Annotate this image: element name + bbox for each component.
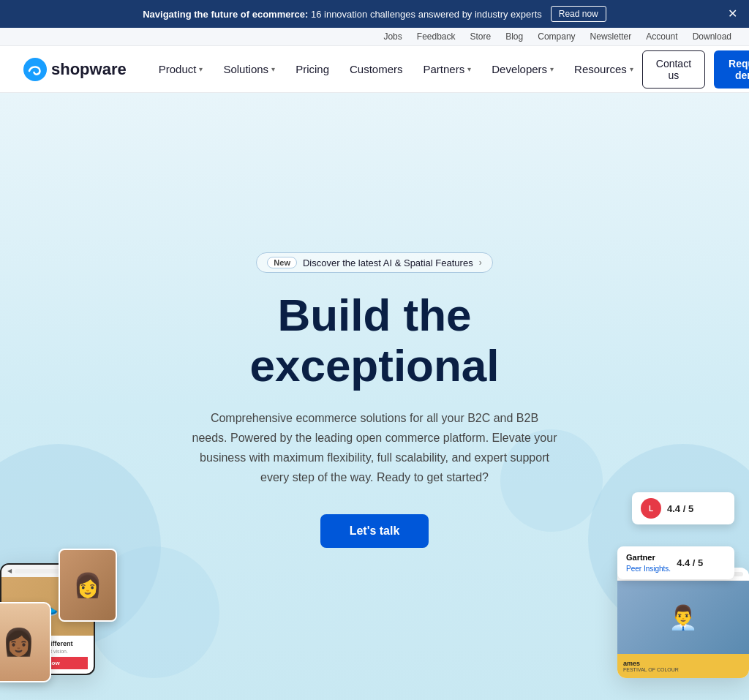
person-image: 👩🏾 <box>0 603 50 681</box>
badge-text: Discover the latest AI & Spatial Feature… <box>303 257 473 268</box>
logo[interactable]: shopware <box>23 58 127 81</box>
nav-item-solutions[interactable]: Solutions ▾ <box>214 57 284 81</box>
arrow-icon: › <box>479 257 482 268</box>
nav-label-developers: Developers <box>492 63 547 75</box>
nav-item-product[interactable]: Product ▾ <box>150 57 212 81</box>
device-right-brand-sub: FESTIVAL OF COLOUR <box>623 667 743 672</box>
nav-label-customers: Customers <box>350 63 403 75</box>
rating-badge-1: L 4.4 / 5 <box>632 492 734 524</box>
hero-subtitle: Comprehensive ecommerce solutions for al… <box>192 408 557 488</box>
nav-actions: Contact us Request demo <box>642 50 749 89</box>
chevron-down-icon: ▾ <box>199 65 203 73</box>
device-overlay-person: 👩🏾 <box>0 602 51 682</box>
utility-link-company[interactable]: Company <box>538 31 575 42</box>
utility-bar: Jobs Feedback Store Blog Company Newslet… <box>0 28 749 46</box>
svg-point-0 <box>23 58 47 81</box>
nav-label-solutions: Solutions <box>223 63 268 75</box>
announcement-text: Navigating the future of ecommerce: 16 i… <box>143 9 542 20</box>
rating-value-2: 4.4 / 5 <box>677 557 703 568</box>
hero-section: ◀ 🔍🛒 👟 Familiar but different The $74B i… <box>0 93 749 700</box>
hero-title: Build the exceptional <box>192 290 557 390</box>
gartner-logo: Gartner Peer Insights. <box>626 552 671 573</box>
utility-link-blog[interactable]: Blog <box>505 31 523 42</box>
chevron-down-icon: ▾ <box>630 65 633 73</box>
utility-link-jobs[interactable]: Jobs <box>383 31 402 42</box>
nav-label-pricing: Pricing <box>296 63 329 75</box>
utility-link-feedback[interactable]: Feedback <box>417 31 456 42</box>
hero-content: New Discover the latest AI & Spatial Fea… <box>192 252 557 547</box>
main-nav: shopware Product ▾ Solutions ▾ Pricing C… <box>0 46 749 93</box>
new-tag: New <box>267 257 297 268</box>
nav-item-partners[interactable]: Partners ▾ <box>415 57 481 81</box>
device-overlay-portrait: 👩 <box>59 549 117 622</box>
utility-link-account[interactable]: Account <box>646 31 677 42</box>
announcement-prefix: Navigating the future of ecommerce: <box>143 9 308 20</box>
nav-items: Product ▾ Solutions ▾ Pricing Customers … <box>150 57 642 81</box>
nav-label-product: Product <box>159 63 197 75</box>
utility-link-download[interactable]: Download <box>693 31 731 42</box>
nav-label-resources: Resources <box>574 63 627 75</box>
hero-title-line1: Build the <box>277 290 471 340</box>
new-feature-badge[interactable]: New Discover the latest AI & Spatial Fea… <box>256 252 492 273</box>
chevron-down-icon: ▾ <box>550 65 554 73</box>
announcement-bar: Navigating the future of ecommerce: 16 i… <box>0 0 749 28</box>
nav-label-partners: Partners <box>424 63 465 75</box>
announcement-body: 16 innovation challenges answered by ind… <box>311 9 542 20</box>
utility-link-newsletter[interactable]: Newsletter <box>590 31 632 42</box>
request-demo-button[interactable]: Request demo <box>714 50 749 89</box>
logo-text: shopware <box>51 60 127 79</box>
nav-item-resources[interactable]: Resources ▾ <box>565 57 642 81</box>
device-right-screen: ← → 👨‍💼 ames FESTIVAL OF COLOUR <box>617 568 749 678</box>
portrait-image: 👩 <box>60 550 116 620</box>
read-now-button[interactable]: Read now <box>551 6 606 22</box>
shopware-logo-icon <box>23 58 47 81</box>
rating-badge-2: Gartner Peer Insights. 4.4 / 5 <box>617 546 734 579</box>
rating-value-1: 4.4 / 5 <box>667 503 693 514</box>
nav-item-pricing[interactable]: Pricing <box>287 57 338 81</box>
hero-title-line2: exceptional <box>249 340 499 391</box>
device-right-person: 👨‍💼 <box>617 581 749 654</box>
device-mockup-right: ← → 👨‍💼 ames FESTIVAL OF COLOUR <box>588 568 749 678</box>
utility-link-store[interactable]: Store <box>470 31 492 42</box>
contact-button[interactable]: Contact us <box>642 50 705 89</box>
close-announcement-button[interactable]: ✕ <box>728 8 737 20</box>
chevron-down-icon: ▾ <box>271 65 275 73</box>
lets-talk-button[interactable]: Let's talk <box>320 514 429 548</box>
nav-item-customers[interactable]: Customers <box>341 57 412 81</box>
device-mockup-left: ◀ 🔍🛒 👟 Familiar but different The $74B i… <box>0 563 146 678</box>
rating-icon-1: L <box>641 498 661 519</box>
chevron-down-icon: ▾ <box>467 65 471 73</box>
device-right-brand: ames FESTIVAL OF COLOUR <box>617 654 749 678</box>
nav-item-developers[interactable]: Developers ▾ <box>483 57 562 81</box>
